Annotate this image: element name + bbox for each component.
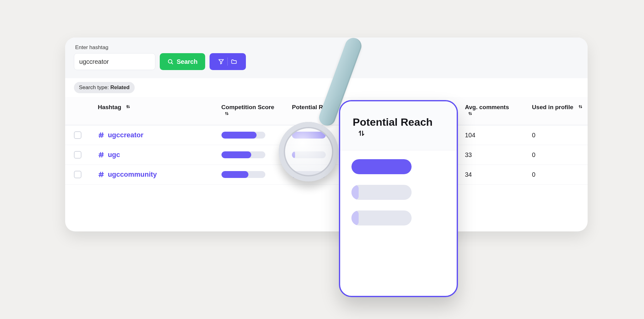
reach-bar xyxy=(292,132,326,139)
svg-line-6 xyxy=(102,133,103,138)
funnel-icon xyxy=(218,58,224,65)
search-button[interactable]: Search xyxy=(160,53,205,70)
competition-bar xyxy=(221,171,265,178)
sort-icon xyxy=(125,104,131,111)
filter-folder-button[interactable] xyxy=(210,53,246,70)
used-in-profile-cell: 0 xyxy=(527,165,588,185)
search-type-chip[interactable]: Search type: Related xyxy=(74,82,135,93)
column-avg-comments[interactable]: Avg. comments xyxy=(460,97,527,125)
column-competition[interactable]: Competition Score xyxy=(217,97,288,125)
column-label: Potential Reach xyxy=(292,104,337,110)
button-divider xyxy=(227,58,228,66)
svg-line-14 xyxy=(102,172,103,177)
column-checkbox xyxy=(65,97,93,125)
svg-line-9 xyxy=(100,153,101,157)
avg-comments-cell: 33 xyxy=(460,145,527,165)
hashtag-results-table: Hashtag Competition Score Potential Reac… xyxy=(65,97,588,185)
chip-prefix: Search type: xyxy=(79,84,110,90)
used-in-profile-cell: 0 xyxy=(527,125,588,145)
search-input-label: Enter hashtag xyxy=(75,44,579,51)
chip-value: Related xyxy=(110,84,129,90)
hash-icon xyxy=(98,171,105,178)
hashtag-link[interactable]: ugccreator xyxy=(98,131,212,139)
table-row: ugccreator1040 xyxy=(65,125,588,145)
hashtag-link[interactable]: ugc xyxy=(98,151,212,159)
sort-icon xyxy=(578,104,583,111)
column-hashtag[interactable]: Hashtag xyxy=(93,97,217,125)
competition-bar xyxy=(221,132,265,139)
popover-reach-bar xyxy=(351,159,412,174)
hash-icon xyxy=(98,151,105,158)
search-meta-row: Search type: Related xyxy=(65,78,588,97)
sort-icon xyxy=(224,111,230,118)
search-toolbar: Enter hashtag Search xyxy=(65,38,588,78)
hashtag-text: ugccommunity xyxy=(108,170,157,179)
avg-comments-cell: 34 xyxy=(460,165,527,185)
search-button-label: Search xyxy=(177,58,198,65)
sort-icon xyxy=(467,111,473,118)
competition-bar xyxy=(221,151,265,158)
hashtag-input[interactable] xyxy=(74,53,155,70)
hashtag-search-panel: Enter hashtag Search Search type: Relate… xyxy=(65,38,588,231)
search-icon xyxy=(167,58,174,65)
used-in-profile-cell: 0 xyxy=(527,145,588,165)
hashtag-text: ugccreator xyxy=(108,131,143,139)
folder-icon xyxy=(231,58,237,65)
column-label: Avg. comments xyxy=(465,104,509,110)
reach-bar xyxy=(292,171,326,178)
popover-body xyxy=(340,150,457,234)
popover-header[interactable]: Potential Reach xyxy=(340,101,457,150)
reach-bar xyxy=(292,151,326,158)
column-label: Hashtag xyxy=(98,104,121,110)
svg-line-1 xyxy=(172,63,173,64)
row-checkbox[interactable] xyxy=(74,171,81,178)
sort-icon xyxy=(357,129,366,139)
popover-reach-bar xyxy=(351,185,412,200)
svg-line-5 xyxy=(100,133,101,138)
column-label: Used in profile xyxy=(532,104,573,110)
table-row: ugccommunity340 xyxy=(65,165,588,185)
potential-reach-popover: Potential Reach xyxy=(339,100,458,297)
svg-line-10 xyxy=(102,153,103,157)
column-used-in-profile[interactable]: Used in profile xyxy=(527,97,588,125)
svg-line-13 xyxy=(100,172,101,177)
popover-reach-bar xyxy=(351,210,412,225)
avg-comments-cell: 104 xyxy=(460,125,527,145)
hashtag-link[interactable]: ugccommunity xyxy=(98,170,212,179)
column-label: Competition Score xyxy=(221,104,274,110)
hash-icon xyxy=(98,132,105,139)
toolbar-controls: Search xyxy=(74,53,579,70)
row-checkbox[interactable] xyxy=(74,131,81,139)
row-checkbox[interactable] xyxy=(74,151,81,159)
svg-marker-2 xyxy=(219,59,224,64)
table-row: ugc330 xyxy=(65,145,588,165)
popover-title: Potential Reach xyxy=(353,116,433,128)
hashtag-text: ugc xyxy=(108,151,120,159)
